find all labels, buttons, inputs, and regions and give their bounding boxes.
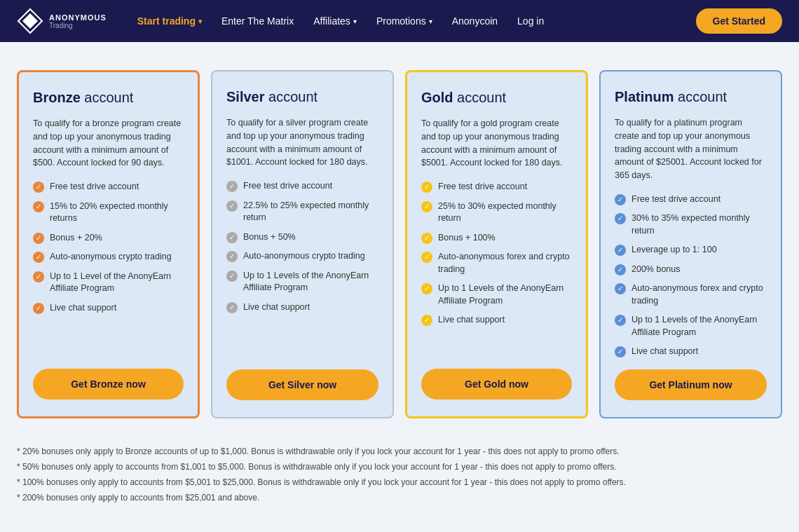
list-item: ✓ Up to 1 Level of the AnonyEarn Affilia… (33, 271, 184, 295)
footnote-2: * 50% bonuses only apply to accounts fro… (17, 462, 782, 472)
nav-login[interactable]: Log in (509, 10, 552, 32)
check-icon: ✓ (615, 213, 626, 224)
footnotes: * 20% bonuses only apply to Bronze accou… (17, 446, 782, 503)
cards-grid: Bronze account To qualify for a bronze p… (17, 70, 782, 418)
check-icon: ✓ (615, 315, 626, 326)
navbar: ANONYMOUS Trading Start trading ▾ Enter … (0, 0, 799, 42)
check-icon: ✓ (615, 346, 626, 357)
bronze-card: Bronze account To qualify for a bronze p… (17, 70, 200, 418)
check-icon: ✓ (421, 201, 432, 212)
nav-promotions[interactable]: Promotions ▾ (368, 10, 441, 32)
check-icon: ✓ (33, 233, 44, 244)
list-item: ✓ Free test drive account (421, 181, 572, 193)
get-gold-button[interactable]: Get Gold now (421, 369, 572, 400)
nav-links: Start trading ▾ Enter The Matrix Affilia… (129, 10, 696, 32)
nav-anonycoin[interactable]: Anonycoin (444, 10, 506, 32)
bronze-title: Bronze account (33, 89, 184, 106)
get-silver-button[interactable]: Get Silver now (226, 369, 378, 400)
logo-icon (17, 8, 43, 34)
list-item: ✓ Live chat support (615, 346, 767, 358)
footnote-1: * 20% bonuses only apply to Bronze accou… (17, 446, 782, 456)
bronze-features: ✓ Free test drive account ✓ 15% to 20% e… (33, 181, 184, 357)
check-icon: ✓ (33, 303, 44, 314)
bronze-desc: To qualify for a bronze program create a… (33, 117, 184, 170)
check-icon: ✓ (226, 271, 238, 282)
gold-card: Gold account To qualify for a gold progr… (405, 70, 588, 418)
check-icon: ✓ (421, 315, 432, 326)
check-icon: ✓ (615, 194, 626, 205)
list-item: ✓ Free test drive account (33, 181, 184, 193)
silver-title: Silver account (226, 88, 378, 105)
list-item: ✓ Auto-anonymous crypto trading (33, 251, 184, 264)
silver-features: ✓ Free test drive account ✓ 22.5% to 25%… (226, 180, 378, 358)
list-item: ✓ Live chat support (421, 314, 572, 327)
list-item: ✓ Up to 1 Levels of the AnonyEarn Affili… (226, 270, 378, 294)
get-bronze-button[interactable]: Get Bronze now (33, 369, 184, 400)
platinum-features: ✓ Free test drive account ✓ 30% to 35% e… (615, 193, 767, 358)
list-item: ✓ Live chat support (33, 302, 184, 315)
chevron-down-icon: ▾ (198, 18, 202, 25)
check-icon: ✓ (421, 233, 432, 244)
check-icon: ✓ (226, 302, 238, 313)
platinum-title: Platinum account (615, 88, 767, 105)
check-icon: ✓ (421, 182, 432, 193)
list-item: ✓ 22.5% to 25% expected monthly return (226, 200, 378, 224)
list-item: ✓ Free test drive account (615, 193, 767, 206)
check-icon: ✓ (226, 181, 238, 192)
logo-text: ANONYMOUS Trading (49, 13, 107, 29)
platinum-card: Platinum account To qualify for a platin… (599, 70, 782, 418)
list-item: ✓ Bonus + 20% (33, 232, 184, 245)
list-item: ✓ Auto-anonymous crypto trading (226, 250, 378, 263)
check-icon: ✓ (421, 283, 432, 294)
svg-marker-1 (22, 13, 38, 29)
check-icon: ✓ (33, 252, 44, 263)
get-platinum-button[interactable]: Get Platinum now (615, 369, 767, 400)
list-item: ✓ Up to 1 Levels of the AnonyEarn Affili… (421, 282, 572, 307)
nav-enter-matrix[interactable]: Enter The Matrix (213, 10, 302, 32)
gold-desc: To qualify for a gold program create and… (421, 117, 572, 170)
list-item: ✓ 15% to 20% expected monthly returns (33, 200, 184, 225)
silver-card: Silver account To qualify for a silver p… (211, 70, 394, 418)
list-item: ✓ Bonus + 50% (226, 231, 378, 244)
check-icon: ✓ (421, 252, 432, 263)
check-icon: ✓ (226, 232, 238, 243)
check-icon: ✓ (615, 245, 626, 256)
list-item: ✓ Free test drive account (226, 180, 378, 193)
gold-title: Gold account (421, 89, 572, 106)
list-item: ✓ 25% to 30% expected monthly return (421, 200, 572, 225)
check-icon: ✓ (33, 182, 44, 193)
check-icon: ✓ (615, 283, 626, 294)
list-item: ✓ 30% to 35% expected monthly return (615, 212, 767, 237)
list-item: ✓ 200% bonus (615, 264, 767, 276)
list-item: ✓ Up to 1 Levels of the AnonyEarn Affili… (615, 314, 767, 339)
check-icon: ✓ (226, 251, 238, 262)
check-icon: ✓ (615, 264, 626, 275)
footnote-4: * 200% bonuses only apply to accounts fr… (17, 493, 782, 503)
check-icon: ✓ (33, 271, 44, 282)
platinum-desc: To qualify for a platinum program create… (615, 116, 767, 182)
check-icon: ✓ (33, 201, 44, 212)
list-item: ✓ Auto-anonymous forex and crypto tradin… (421, 251, 572, 275)
list-item: ✓ Live chat support (226, 301, 378, 314)
check-icon: ✓ (226, 200, 238, 212)
main-content: Bronze account To qualify for a bronze p… (0, 42, 799, 532)
silver-desc: To qualify for a silver program create a… (226, 116, 378, 169)
list-item: ✓ Bonus + 100% (421, 232, 572, 245)
gold-features: ✓ Free test drive account ✓ 25% to 30% e… (421, 181, 572, 357)
nav-start-trading[interactable]: Start trading ▾ (129, 10, 210, 32)
get-started-button[interactable]: Get Started (696, 8, 782, 34)
logo: ANONYMOUS Trading (17, 8, 107, 34)
list-item: ✓ Auto-anonymous forex and crypto tradin… (615, 282, 767, 307)
chevron-down-icon: ▾ (353, 18, 357, 25)
footnote-3: * 100% bonuses only apply to accounts fr… (17, 477, 782, 487)
chevron-down-icon: ▾ (429, 18, 432, 25)
nav-affiliates[interactable]: Affiliates ▾ (305, 10, 365, 32)
list-item: ✓ Leverage up to 1: 100 (615, 244, 767, 257)
